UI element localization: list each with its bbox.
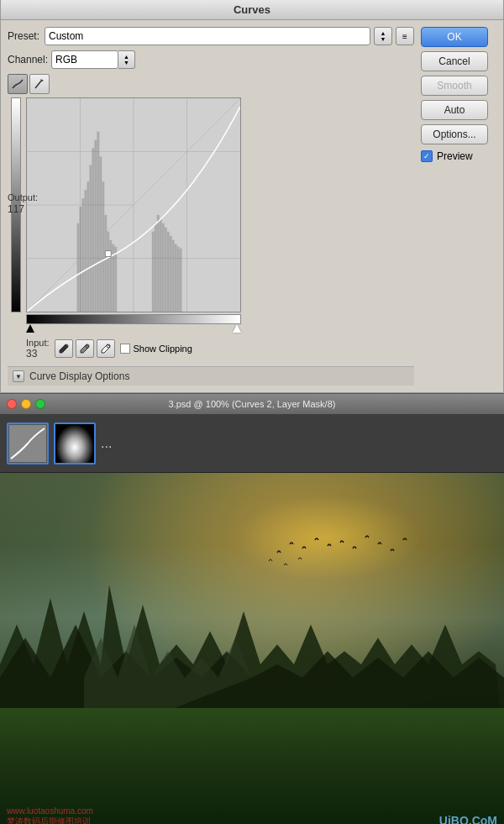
options-button[interactable]: Options... bbox=[421, 124, 488, 144]
curves-thumb-preview bbox=[9, 425, 46, 462]
white-point-marker[interactable] bbox=[233, 324, 241, 333]
ps-titlebar: 3.psd @ 100% (Curves 2, Layer Mask/8) bbox=[0, 394, 504, 414]
svg-rect-15 bbox=[92, 149, 94, 312]
channel-select-wrapper: RGB ▲▼ bbox=[51, 50, 135, 69]
svg-rect-25 bbox=[152, 232, 155, 312]
channel-arrows[interactable]: ▲▼ bbox=[118, 50, 135, 69]
watermark-bottom-right: UiBQ.CoM bbox=[439, 814, 497, 824]
svg-line-0 bbox=[35, 80, 42, 88]
curves-dialog: Curves Preset: Custom ▲▼ ≡ Channel: bbox=[0, 0, 504, 393]
layer-more-indicator[interactable]: ... bbox=[101, 436, 112, 451]
curve-tool-btn[interactable] bbox=[8, 74, 28, 94]
auto-button[interactable]: Auto bbox=[421, 100, 488, 120]
close-btn[interactable] bbox=[7, 399, 17, 409]
channel-row: Channel: RGB ▲▼ bbox=[8, 50, 414, 69]
eyedropper-row bbox=[55, 339, 115, 358]
svg-rect-35 bbox=[177, 247, 180, 312]
svg-rect-14 bbox=[89, 165, 92, 312]
curves-adjustment-thumb[interactable] bbox=[7, 422, 49, 464]
svg-rect-38 bbox=[105, 251, 111, 257]
svg-rect-21 bbox=[107, 232, 109, 312]
ok-button[interactable]: OK bbox=[421, 27, 488, 47]
svg-rect-33 bbox=[172, 240, 175, 312]
svg-rect-32 bbox=[170, 236, 172, 312]
x-gradient bbox=[26, 314, 241, 324]
input-label-group: Input: 33 bbox=[26, 338, 50, 360]
svg-rect-31 bbox=[167, 232, 170, 312]
fairy-scene: www.luotaoshuma.com 梦涛数码后期修图培训 UiBQ.CoM bbox=[0, 473, 504, 824]
curve-display-row: ▼ Curve Display Options bbox=[8, 366, 414, 386]
input-row: Input: 33 bbox=[26, 338, 414, 360]
black-eyedropper-btn[interactable] bbox=[55, 339, 73, 358]
svg-rect-27 bbox=[157, 215, 160, 312]
gray-eyedropper-btn[interactable] bbox=[76, 339, 94, 358]
output-value: 117 bbox=[8, 203, 24, 215]
watermark-bottom-left: www.luotaoshuma.com 梦涛数码后期修图培训 bbox=[7, 806, 93, 824]
ps-window: 3.psd @ 100% (Curves 2, Layer Mask/8) ..… bbox=[0, 393, 504, 824]
birds-svg bbox=[260, 527, 428, 595]
preset-label: Preset: bbox=[8, 30, 39, 42]
output-label: Output: bbox=[8, 192, 38, 202]
watermark-url: www.luotaoshuma.com bbox=[7, 806, 93, 816]
svg-rect-24 bbox=[114, 247, 117, 312]
layer-mask-thumb[interactable] bbox=[54, 422, 96, 464]
dialog-body: Preset: Custom ▲▼ ≡ Channel: RGB ▲▼ bbox=[1, 20, 503, 392]
black-point-marker[interactable] bbox=[26, 324, 34, 333]
cancel-button[interactable]: Cancel bbox=[421, 51, 488, 71]
svg-rect-20 bbox=[104, 215, 107, 312]
preview-row: ✓ Preview bbox=[421, 150, 496, 162]
preview-checkbox[interactable]: ✓ bbox=[421, 150, 433, 162]
white-eyedropper-btn[interactable] bbox=[97, 339, 115, 358]
preset-row: Preset: Custom ▲▼ ≡ bbox=[8, 27, 414, 45]
ps-canvas: www.luotaoshuma.com 梦涛数码后期修图培训 UiBQ.CoM bbox=[0, 473, 504, 824]
left-panel: Preset: Custom ▲▼ ≡ Channel: RGB ▲▼ bbox=[8, 27, 414, 386]
svg-rect-26 bbox=[155, 223, 157, 312]
svg-rect-30 bbox=[165, 228, 167, 312]
channel-label: Channel: bbox=[8, 54, 48, 66]
preset-select-wrapper: Custom bbox=[45, 27, 370, 45]
preset-arrows-btn[interactable]: ▲▼ bbox=[374, 27, 392, 45]
ps-layers-strip: ... bbox=[0, 414, 504, 473]
right-panel: OK Cancel Smooth Auto Options... ✓ Previ… bbox=[421, 27, 496, 386]
channel-select[interactable]: RGB bbox=[51, 50, 118, 69]
svg-rect-34 bbox=[175, 244, 177, 312]
output-area: Output: 117 bbox=[8, 192, 414, 215]
input-value: 33 bbox=[26, 348, 50, 360]
ps-window-title: 3.psd @ 100% (Curves 2, Layer Mask/8) bbox=[169, 399, 336, 409]
input-label: Input: bbox=[26, 338, 50, 348]
svg-rect-17 bbox=[97, 132, 99, 312]
triangle-markers bbox=[26, 324, 241, 334]
maximize-btn[interactable] bbox=[35, 399, 45, 409]
show-clipping-row: Show Clipping bbox=[120, 344, 192, 354]
curve-display-label: Curve Display Options bbox=[29, 370, 129, 382]
svg-rect-29 bbox=[162, 223, 165, 312]
preset-select[interactable]: Custom bbox=[45, 27, 370, 45]
show-clipping-checkbox[interactable] bbox=[120, 344, 130, 354]
svg-rect-28 bbox=[160, 219, 162, 312]
svg-rect-18 bbox=[99, 156, 102, 312]
pencil-tool-btn[interactable] bbox=[29, 74, 50, 94]
preview-label: Preview bbox=[437, 150, 473, 162]
smooth-button[interactable]: Smooth bbox=[421, 76, 488, 96]
traffic-lights bbox=[7, 399, 45, 409]
curve-display-disclosure[interactable]: ▼ bbox=[13, 370, 24, 382]
tools-row bbox=[8, 74, 414, 94]
dialog-title: Curves bbox=[234, 3, 270, 16]
dialog-titlebar: Curves bbox=[1, 0, 503, 20]
watermark-chinese: 梦涛数码后期修图培训 bbox=[7, 816, 93, 824]
svg-rect-9 bbox=[77, 223, 80, 312]
minimize-btn[interactable] bbox=[21, 399, 31, 409]
preset-menu-btn[interactable]: ≡ bbox=[396, 27, 414, 45]
show-clipping-label: Show Clipping bbox=[134, 344, 192, 354]
svg-rect-16 bbox=[94, 140, 97, 312]
svg-rect-36 bbox=[180, 249, 182, 312]
